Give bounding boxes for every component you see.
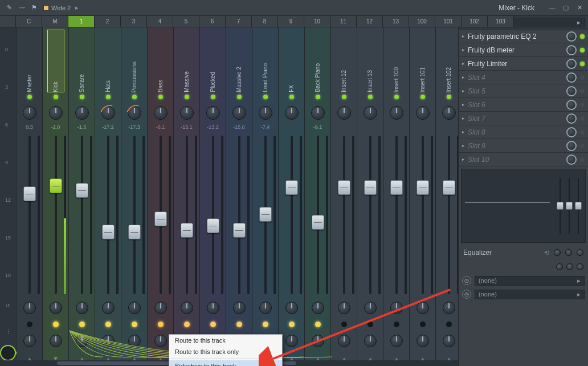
pan-knob[interactable]: [232, 106, 246, 120]
header-m[interactable]: M: [42, 16, 68, 27]
fx-enable-led[interactable]: [580, 75, 585, 80]
stereo-sep-knob[interactable]: [76, 302, 88, 314]
fader-area[interactable]: [121, 132, 147, 298]
mute-led[interactable]: [211, 95, 215, 99]
sidechain-tiny-icon[interactable]: ↺: [6, 303, 10, 308]
fx-slot[interactable]: ▸ Slot 7: [459, 112, 588, 125]
fx-slot[interactable]: ▸ Fruity dB meter: [459, 43, 588, 57]
fader-area[interactable]: [174, 132, 199, 298]
fx-mix-knob[interactable]: [566, 31, 577, 42]
pan-knob[interactable]: [180, 106, 194, 120]
track-3[interactable]: Hats -17.2 ▴: [95, 27, 121, 366]
track-11[interactable]: Back Piano -9.1 ▴: [305, 27, 331, 366]
track-header-10[interactable]: 10: [304, 16, 330, 27]
pan-knob[interactable]: [416, 106, 430, 120]
send-knob[interactable]: [338, 335, 350, 347]
context-menu-item[interactable]: Route to this track only: [169, 346, 282, 357]
fader-area[interactable]: [357, 132, 383, 298]
track-header-5[interactable]: 5: [173, 16, 199, 27]
mute-led[interactable]: [289, 95, 294, 99]
track-master[interactable]: Master 0.3 ▴: [17, 27, 43, 366]
wave-icon[interactable]: 〰: [17, 3, 26, 13]
fx-enable-led[interactable]: [580, 89, 585, 93]
fader-cap[interactable]: [102, 225, 115, 239]
mute-led[interactable]: [394, 95, 399, 99]
fx-slot[interactable]: ▸ Slot 10: [459, 153, 588, 166]
eq-knob-3[interactable]: [577, 249, 583, 256]
fx-slot[interactable]: ▸ Fruity Limiter: [459, 57, 588, 71]
play-arrow-icon[interactable]: ▸: [75, 4, 79, 11]
track-header-103[interactable]: 103: [488, 16, 514, 27]
route-led[interactable]: [289, 322, 295, 327]
pan-knob[interactable]: [154, 106, 168, 120]
track-header-2[interactable]: 2: [95, 16, 121, 27]
bird-icon[interactable]: ✎: [5, 3, 14, 13]
pan-knob[interactable]: [364, 106, 377, 120]
track-102[interactable]: Insert 102 ▴: [436, 27, 458, 366]
send-knob[interactable]: [128, 335, 141, 347]
fader-cap[interactable]: [285, 180, 298, 195]
track-header-101[interactable]: 101: [435, 16, 462, 27]
clock-icon[interactable]: ◷: [462, 290, 471, 299]
fader-cap[interactable]: [364, 180, 377, 195]
fx-mix-knob[interactable]: [566, 59, 577, 69]
context-menu-item[interactable]: Sidechain to this track: [169, 360, 282, 366]
fx-slot[interactable]: ▸ Slot 5: [459, 84, 588, 98]
eq-knob-6[interactable]: [577, 263, 583, 270]
stereo-sep-knob[interactable]: [312, 302, 324, 314]
fader-area[interactable]: [383, 132, 409, 298]
fader-area[interactable]: [43, 132, 68, 298]
stereo-sep-knob[interactable]: [364, 302, 377, 314]
send-knob[interactable]: [390, 335, 403, 347]
fader-area[interactable]: [279, 132, 304, 298]
output-dropdown-1[interactable]: (none) ▸: [475, 276, 585, 286]
track-13[interactable]: Insert 13 ▴: [357, 27, 383, 366]
fader-cap[interactable]: [390, 180, 403, 195]
eq-knob-5[interactable]: [566, 263, 573, 270]
fader-area[interactable]: [17, 132, 42, 298]
route-led[interactable]: [184, 322, 190, 327]
send-knob[interactable]: [443, 335, 455, 347]
fader-area[interactable]: [148, 132, 173, 298]
stereo-sep-knob[interactable]: [390, 302, 403, 314]
mute-led[interactable]: [158, 95, 163, 99]
header-c[interactable]: C: [16, 16, 42, 27]
track-header-12[interactable]: 12: [357, 16, 383, 27]
send-knob[interactable]: [102, 335, 115, 347]
route-led[interactable]: [236, 322, 242, 327]
fader-cap[interactable]: [23, 186, 36, 201]
track-6[interactable]: Massive -15.1 ▴: [174, 27, 200, 366]
route-led[interactable]: [158, 322, 164, 327]
sidechain-output-ring[interactable]: [0, 345, 16, 361]
stereo-sep-knob[interactable]: [50, 302, 62, 314]
close-button[interactable]: ✕: [575, 4, 583, 12]
stereo-sep-knob[interactable]: [443, 302, 455, 314]
fader-cap[interactable]: [50, 178, 62, 193]
mute-led[interactable]: [106, 95, 111, 99]
eq-knob-4[interactable]: [556, 263, 563, 270]
route-led[interactable]: [263, 322, 268, 327]
eq-knob-1[interactable]: [554, 249, 561, 256]
fx-enable-led[interactable]: [580, 157, 585, 162]
track-header-11[interactable]: 11: [330, 16, 357, 27]
pan-knob[interactable]: [49, 106, 63, 120]
fx-enable-led[interactable]: [580, 34, 585, 39]
fx-enable-led[interactable]: [580, 116, 585, 121]
track-header-100[interactable]: 100: [409, 16, 435, 27]
fader-cap[interactable]: [443, 180, 455, 195]
pan-knob[interactable]: [128, 106, 141, 120]
fader-cap[interactable]: [207, 218, 219, 233]
track-header-13[interactable]: 13: [383, 16, 409, 27]
eq-reset-icon[interactable]: ⟲: [544, 249, 549, 257]
send-knob[interactable]: [416, 335, 429, 347]
fader-area[interactable]: [305, 132, 330, 298]
route-led[interactable]: [27, 322, 32, 327]
track-header-8[interactable]: 8: [252, 16, 278, 27]
fx-slot[interactable]: ▸ Slot 8: [459, 125, 588, 139]
fx-slot[interactable]: ▸ Fruity parametric EQ 2: [459, 30, 588, 43]
mute-led[interactable]: [27, 95, 32, 99]
pan-knob[interactable]: [206, 106, 220, 120]
pan-knob[interactable]: [285, 106, 299, 120]
route-led[interactable]: [446, 322, 452, 327]
fader-cap[interactable]: [416, 180, 429, 195]
